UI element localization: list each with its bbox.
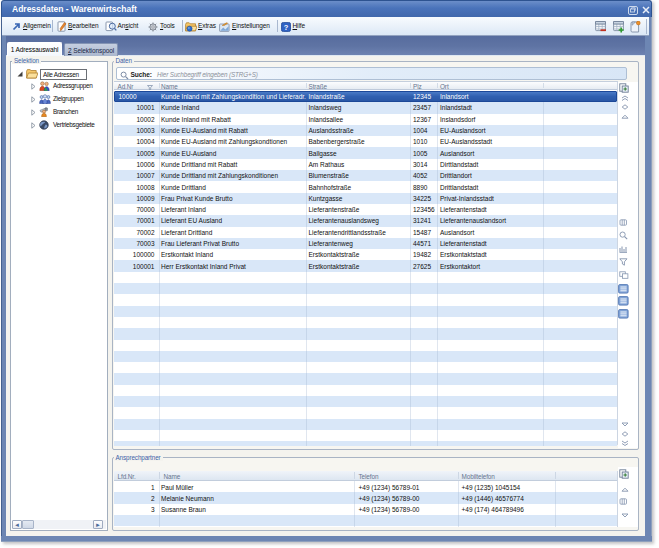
svg-text:?: ?: [283, 22, 288, 31]
